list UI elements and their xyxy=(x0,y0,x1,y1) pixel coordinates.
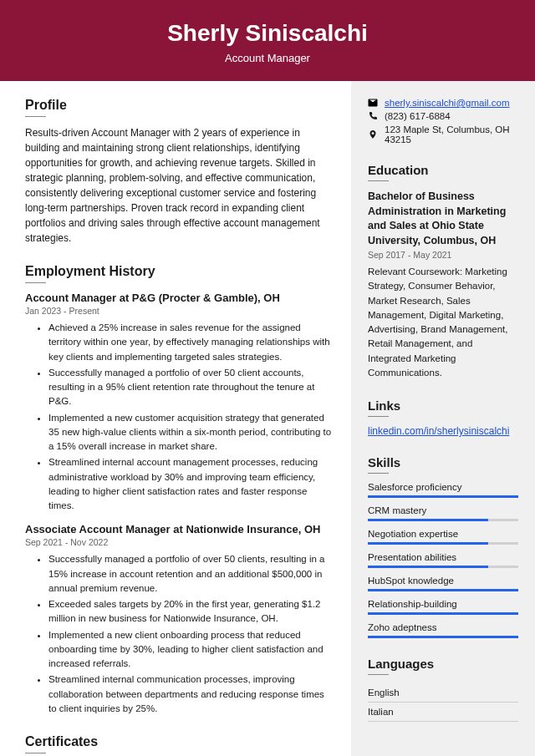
job-bullet: Streamlined internal account management … xyxy=(48,455,334,513)
skills-section: Skills Salesforce proficiencyCRM mastery… xyxy=(368,455,518,638)
person-role: Account Manager xyxy=(0,52,535,64)
links-section: Links linkedin.com/in/sherlysiniscalchi xyxy=(368,398,518,437)
envelope-icon xyxy=(368,98,378,108)
skill-name: Relationship-building xyxy=(368,599,518,609)
job-title: Associate Account Manager at Nationwide … xyxy=(25,523,334,535)
languages-section: Languages EnglishItalian xyxy=(368,657,518,722)
job-bullet: Implemented a new customer acquisition s… xyxy=(48,411,334,454)
skill-item: Salesforce proficiency xyxy=(368,482,518,498)
contact-block: sherly.siniscalchi@gmail.com (823) 617-6… xyxy=(368,98,518,145)
rule xyxy=(368,473,389,474)
address-text: 123 Maple St, Columbus, OH 43215 xyxy=(385,124,518,145)
certificates-section: Certificates Certified Strategic Account… xyxy=(25,734,334,756)
employment-title: Employment History xyxy=(25,264,334,279)
skill-fill xyxy=(368,566,488,568)
job-bullet: Streamlined internal communication proce… xyxy=(48,672,334,716)
skill-name: Zoho adeptness xyxy=(368,622,518,632)
profile-section: Profile Results-driven Account Manager w… xyxy=(25,98,334,246)
phone-icon xyxy=(368,111,378,121)
rule xyxy=(25,116,46,117)
education-degree: Bachelor of Business Administration in M… xyxy=(368,190,518,248)
language-item: Italian xyxy=(368,703,518,722)
education-title: Education xyxy=(368,163,518,177)
skill-item: Negotiation expertise xyxy=(368,529,518,545)
skill-name: Salesforce proficiency xyxy=(368,482,518,492)
job-dates: Sep 2021 - Nov 2022 xyxy=(25,537,334,547)
employment-section: Employment History Account Manager at P&… xyxy=(25,264,334,716)
skill-item: Presentation abilities xyxy=(368,552,518,568)
job-bullet: Achieved a 25% increase in sales revenue… xyxy=(48,321,334,364)
right-column: sherly.siniscalchi@gmail.com (823) 617-6… xyxy=(351,81,535,756)
skill-bar xyxy=(368,566,518,568)
rule xyxy=(25,753,46,753)
job-bullets: Successfully managed a portfolio of over… xyxy=(25,552,334,716)
header: Sherly Siniscalchi Account Manager xyxy=(0,0,535,81)
profile-title: Profile xyxy=(25,98,334,113)
skill-fill xyxy=(368,612,518,615)
skill-item: Relationship-building xyxy=(368,599,518,615)
contact-email-row: sherly.siniscalchi@gmail.com xyxy=(368,98,518,108)
certificates-title: Certificates xyxy=(25,734,334,749)
skills-title: Skills xyxy=(368,455,518,469)
skill-bar xyxy=(368,495,518,498)
person-name: Sherly Siniscalchi xyxy=(0,20,535,47)
skill-fill xyxy=(368,495,518,498)
contact-phone-row: (823) 617-6884 xyxy=(368,111,518,121)
job-bullet: Implemented a new client onboarding proc… xyxy=(48,628,334,672)
email-link[interactable]: sherly.siniscalchi@gmail.com xyxy=(385,98,510,108)
body: Profile Results-driven Account Manager w… xyxy=(0,81,535,756)
skill-bar xyxy=(368,636,518,638)
rule xyxy=(368,180,389,181)
skill-bar xyxy=(368,542,518,545)
skill-bar xyxy=(368,519,518,521)
skill-fill xyxy=(368,542,488,545)
skill-fill xyxy=(368,519,488,521)
languages-title: Languages xyxy=(368,657,518,671)
left-column: Profile Results-driven Account Manager w… xyxy=(0,81,351,756)
skill-item: CRM mastery xyxy=(368,505,518,521)
skill-item: HubSpot knowledge xyxy=(368,576,518,591)
skill-name: Negotiation expertise xyxy=(368,529,518,539)
skill-bar xyxy=(368,612,518,615)
rule xyxy=(368,416,389,417)
job-dates: Jan 2023 - Present xyxy=(25,306,334,316)
links-title: Links xyxy=(368,398,518,413)
language-item: English xyxy=(368,683,518,703)
rule xyxy=(25,282,46,283)
skill-item: Zoho adeptness xyxy=(368,622,518,638)
profile-text: Results-driven Account Manager with 2 ye… xyxy=(25,125,334,246)
job-bullets: Achieved a 25% increase in sales revenue… xyxy=(25,321,334,513)
skill-fill xyxy=(368,636,518,638)
education-dates: Sep 2017 - May 2021 xyxy=(368,250,518,260)
rule xyxy=(368,674,389,675)
skill-name: CRM mastery xyxy=(368,505,518,515)
education-text: Relevant Coursework: Marketing Strategy,… xyxy=(368,265,518,380)
job-bullet: Successfully managed a portfolio of over… xyxy=(48,552,334,596)
contact-address-row: 123 Maple St, Columbus, OH 43215 xyxy=(368,124,518,145)
linkedin-link[interactable]: linkedin.com/in/sherlysiniscalchi xyxy=(368,425,509,437)
education-section: Education Bachelor of Business Administr… xyxy=(368,163,518,380)
skill-bar xyxy=(368,589,518,591)
phone-text: (823) 617-6884 xyxy=(385,111,451,121)
skill-fill xyxy=(368,589,518,591)
job-bullet: Successfully managed a portfolio of over… xyxy=(48,366,334,409)
job-bullet: Exceeded sales targets by 20% in the fir… xyxy=(48,597,334,627)
job-title: Account Manager at P&G (Procter & Gamble… xyxy=(25,292,334,304)
location-icon xyxy=(368,129,378,140)
skill-name: HubSpot knowledge xyxy=(368,576,518,586)
skill-name: Presentation abilities xyxy=(368,552,518,562)
